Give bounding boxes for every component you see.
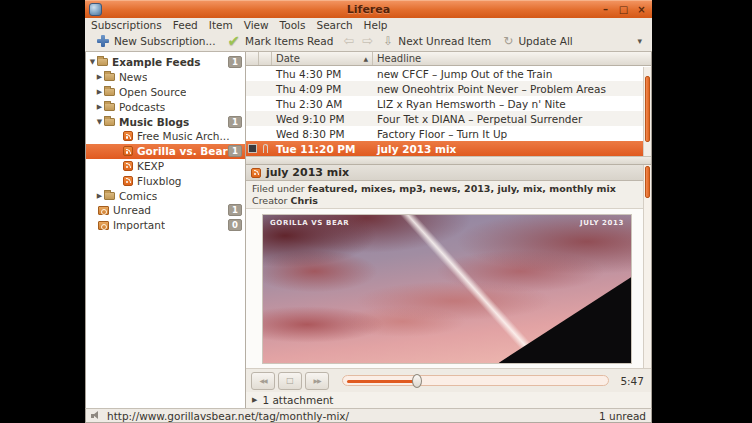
folder-icon xyxy=(104,192,115,200)
list-header: Date ▲ Headline xyxy=(246,52,651,66)
folder-icon xyxy=(104,103,115,111)
expander-open-icon[interactable]: ▼ xyxy=(88,58,97,66)
enclosure-icon xyxy=(248,144,257,153)
menu-search[interactable]: Search xyxy=(316,19,352,31)
rss-feed-icon xyxy=(123,131,133,141)
menu-view[interactable]: View xyxy=(244,19,269,31)
new-subscription-button[interactable]: New Subscription... xyxy=(91,35,222,47)
track-duration: 5:47 xyxy=(620,375,644,387)
unread-count: 1 unread xyxy=(599,410,646,422)
forward-icon[interactable]: ⇨ xyxy=(358,34,377,48)
sidebar-item-news[interactable]: ▶ News xyxy=(86,70,245,85)
expander-closed-icon[interactable]: ▶ xyxy=(95,88,104,96)
sidebar-item-important[interactable]: Important 0 xyxy=(86,218,245,233)
media-player-bar: ◀◀ □ ▶▶ 5:47 xyxy=(246,368,651,392)
sidebar-item-comics[interactable]: ▶ Comics xyxy=(86,188,245,203)
table-row[interactable]: Thu 4:30 PM new CFCF – Jump Out of the T… xyxy=(246,66,651,81)
slider-handle[interactable] xyxy=(412,374,422,388)
update-all-button[interactable]: ↻ Update All xyxy=(497,34,578,48)
mountain-silhouette xyxy=(499,277,631,363)
update-icon: ↻ xyxy=(503,34,513,48)
expander-closed-icon[interactable]: ▶ xyxy=(95,103,104,111)
toolbar-overflow-dropdown[interactable]: ▾ xyxy=(637,36,642,46)
sidebar-item-fluxblog[interactable]: Fluxblog xyxy=(86,173,245,188)
feed-list-sidebar: ▼ Example Feeds 1 ▶ News ▶ Open So xyxy=(86,52,246,408)
menu-item[interactable]: Item xyxy=(209,19,233,31)
check-icon: ✔ xyxy=(228,34,241,48)
menu-feed[interactable]: Feed xyxy=(173,19,198,31)
table-row[interactable]: Wed 8:30 PM Factory Floor – Turn It Up xyxy=(246,126,651,141)
next-track-button[interactable]: ▶▶ xyxy=(305,372,329,390)
next-unread-item-button[interactable]: ⇩ Next Unread Item xyxy=(377,34,497,48)
folder-icon xyxy=(104,88,115,96)
back-icon[interactable]: ⇦ xyxy=(339,34,358,48)
close-button[interactable]: × xyxy=(635,4,648,16)
toolbar: New Subscription... ✔ Mark Items Read ⇦ … xyxy=(85,31,652,52)
item-view-header: july 2013 mix xyxy=(246,165,651,181)
folder-icon xyxy=(104,118,115,126)
item-tags[interactable]: featured, mixes, mp3, news, 2013, july, … xyxy=(308,183,616,194)
date-column-header[interactable]: Date ▲ xyxy=(272,52,373,65)
seek-slider[interactable] xyxy=(342,375,609,386)
minimize-button[interactable]: – xyxy=(599,4,612,16)
unread-badge: 1 xyxy=(228,116,242,128)
item-content: GORILLA VS BEAR JULY 2013 xyxy=(246,209,651,368)
expander-closed-icon: ▶ xyxy=(252,396,257,404)
sidebar-item-free-music-archive[interactable]: Free Music Arch... xyxy=(86,129,245,144)
sidebar-item-kexp[interactable]: KEXP xyxy=(86,159,245,174)
sidebar-item-unread[interactable]: Unread 1 xyxy=(86,203,245,218)
folder-icon xyxy=(104,73,115,81)
maximize-button[interactable]: □ xyxy=(617,4,630,16)
attachment-expander-row[interactable]: ▶ 1 attachment xyxy=(246,392,651,408)
speaker-icon xyxy=(91,411,102,420)
table-row-selected[interactable]: Tue 11:20 PM july 2013 mix xyxy=(246,141,651,156)
stop-button[interactable]: □ xyxy=(278,372,302,390)
paperclip-icon xyxy=(263,144,268,153)
item-view-scrollbar[interactable] xyxy=(643,165,651,368)
post-image: GORILLA VS BEAR JULY 2013 xyxy=(262,214,632,364)
headline-list: Date ▲ Headline Thu 4:30 PM new CFCF – J… xyxy=(246,52,651,156)
sidebar-item-podcasts[interactable]: ▶ Podcasts xyxy=(86,99,245,114)
liferea-window: Liferea – □ × Subscriptions Feed Item Vi… xyxy=(85,0,652,423)
scrollbar-thumb[interactable] xyxy=(645,166,650,198)
vfolder-icon xyxy=(98,221,109,230)
sidebar-item-gorilla-vs-bear[interactable]: Gorilla vs. Bear 1 xyxy=(86,144,245,159)
expander-closed-icon[interactable]: ▶ xyxy=(95,192,104,200)
mark-items-read-button[interactable]: ✔ Mark Items Read xyxy=(222,34,340,48)
item-view: july 2013 mix Filed under featured, mixe… xyxy=(246,165,651,368)
table-row[interactable]: Thu 2:30 AM LIZ x Ryan Hemsworth – Day n… xyxy=(246,96,651,111)
status-url: http://www.gorillavsbear.net/tag/monthly… xyxy=(107,410,349,422)
expander-open-icon[interactable]: ▼ xyxy=(95,118,104,126)
titlebar: Liferea – □ × xyxy=(85,0,652,18)
attachment-label: 1 attachment xyxy=(262,394,333,406)
image-caption-right: JULY 2013 xyxy=(580,219,624,227)
unread-badge: 1 xyxy=(228,204,242,216)
expander-closed-icon[interactable]: ▶ xyxy=(95,73,104,81)
sidebar-item-open-source[interactable]: ▶ Open Source xyxy=(86,85,245,100)
contrail-graphic xyxy=(388,214,551,364)
image-caption-left: GORILLA VS BEAR xyxy=(270,219,349,227)
unread-badge: 1 xyxy=(228,56,242,68)
item-metadata: Filed under featured, mixes, mp3, news, … xyxy=(246,181,651,209)
headline-column-header[interactable]: Headline xyxy=(373,52,651,65)
unread-badge: 0 xyxy=(228,219,242,231)
sort-ascending-icon: ▲ xyxy=(363,55,368,62)
table-row[interactable]: Thu 4:09 PM new Oneohtrix Point Never – … xyxy=(246,81,651,96)
menu-help[interactable]: Help xyxy=(364,19,388,31)
sidebar-item-music-blogs[interactable]: ▼ Music Blogs 1 xyxy=(86,114,245,129)
pane-splitter[interactable] xyxy=(246,156,651,165)
state-column-header[interactable] xyxy=(246,52,259,65)
table-row[interactable]: Wed 9:10 PM Four Tet x DIANA – Perpetual… xyxy=(246,111,651,126)
item-creator: Chris xyxy=(290,195,317,206)
sidebar-item-example-feeds[interactable]: ▼ Example Feeds 1 xyxy=(86,55,245,70)
window-title: Liferea xyxy=(85,3,652,16)
previous-track-button[interactable]: ◀◀ xyxy=(251,372,275,390)
menu-tools[interactable]: Tools xyxy=(280,19,306,31)
rss-feed-icon xyxy=(123,176,133,186)
next-unread-icon: ⇩ xyxy=(383,34,393,48)
slider-progress xyxy=(347,380,416,383)
menu-subscriptions[interactable]: Subscriptions xyxy=(91,19,162,31)
scrollbar-thumb[interactable] xyxy=(645,76,650,142)
item-list-scrollbar[interactable] xyxy=(643,67,651,156)
attachment-column-header[interactable] xyxy=(259,52,272,65)
